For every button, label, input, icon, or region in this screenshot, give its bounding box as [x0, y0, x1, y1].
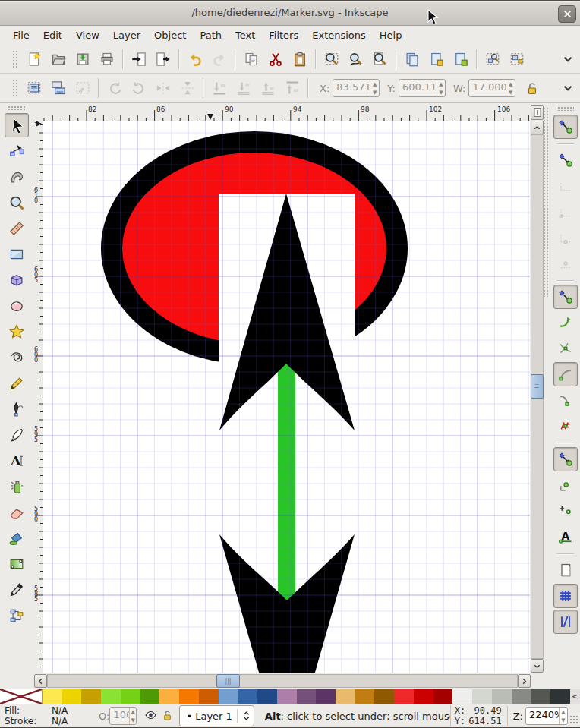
swatch-8ae234[interactable]: [101, 689, 121, 704]
snap-bbox-centers-button[interactable]: [553, 251, 578, 276]
preferences-dialog-button[interactable]: [505, 47, 529, 71]
canvas[interactable]: [43, 121, 530, 673]
save-button[interactable]: [71, 47, 95, 71]
scroll-right-button[interactable]: [518, 674, 531, 688]
create-clone-button[interactable]: [424, 47, 449, 71]
swatch-ce5c00[interactable]: [199, 689, 219, 704]
horizontal-scrollbar[interactable]: [47, 674, 518, 688]
lower-button[interactable]: [232, 76, 256, 100]
tool-pencil[interactable]: [5, 371, 29, 396]
snap-text-baseline-button[interactable]: A: [553, 525, 578, 549]
zoom-spinbox[interactable]: 2240% ▲▼: [525, 707, 568, 725]
zoom-drawing-button[interactable]: [344, 47, 368, 71]
opacity-spinbox[interactable]: 100 ▲▼: [109, 707, 137, 725]
select-all-button[interactable]: [22, 76, 46, 100]
print-button[interactable]: [95, 47, 119, 71]
swatch-204a87[interactable]: [257, 689, 277, 704]
menu-view[interactable]: View: [69, 27, 106, 43]
swatch-e9b96e[interactable]: [336, 689, 355, 704]
menu-layer[interactable]: Layer: [106, 27, 147, 43]
swatch-729fcf[interactable]: [219, 689, 238, 704]
lower-to-bottom-button[interactable]: [207, 76, 232, 100]
drawing-svg[interactable]: [43, 121, 530, 673]
swatch-f57900[interactable]: [179, 689, 199, 704]
snap-nodes-button[interactable]: [553, 285, 578, 309]
layer-visibility-toggle[interactable]: [141, 710, 159, 723]
flip-horizontal-button[interactable]: [151, 76, 175, 100]
swatch-8f5902[interactable]: [374, 689, 394, 704]
sticky-zoom-button[interactable]: [531, 105, 544, 120]
swatch-888a85[interactable]: [512, 689, 531, 704]
title-bar[interactable]: /home/diedenrezi/Marker.svg - Inkscape: [0, 2, 580, 26]
horizontal-ruler[interactable]: 8286909498102106: [43, 104, 530, 121]
swatch-c17d11[interactable]: [355, 689, 375, 704]
layer-lock-toggle[interactable]: [159, 709, 175, 723]
swatch-555753[interactable]: [531, 689, 550, 704]
export-button[interactable]: [151, 47, 175, 71]
zoom-page-button[interactable]: [368, 47, 392, 71]
window-resize-grip[interactable]: [569, 715, 578, 724]
x-field[interactable]: 83.571▲▼: [333, 79, 380, 97]
fill-stroke-indicator[interactable]: Fill:N/A Stroke:N/A: [5, 705, 99, 726]
vertical-ruler[interactable]: 615610605600595590585: [33, 121, 43, 673]
tool-ellipse[interactable]: [5, 294, 29, 318]
rotate-ccw-button[interactable]: [102, 76, 127, 100]
opacity-spin-arrows[interactable]: ▲▼: [129, 708, 137, 724]
scroll-left-button[interactable]: [34, 674, 47, 688]
swatch-cc0000[interactable]: [414, 689, 433, 704]
swatch-5c3566[interactable]: [316, 689, 336, 704]
menu-file[interactable]: File: [6, 27, 36, 43]
snap-enable-button[interactable]: [553, 115, 578, 139]
swatch-2e3436[interactable]: [550, 689, 570, 704]
lock-ratio-toggle[interactable]: [520, 76, 544, 100]
menu-edit[interactable]: Edit: [36, 27, 69, 43]
snap-path-intersections-button[interactable]: [553, 336, 578, 361]
w-field[interactable]: 17.000▲▼: [468, 79, 515, 97]
tool-paint-bucket[interactable]: [5, 526, 29, 550]
swatch-none[interactable]: [0, 689, 43, 704]
snap-line-midpoints-button[interactable]: [553, 414, 578, 438]
tool-zoom[interactable]: [5, 191, 29, 215]
tool-node-editor[interactable]: [5, 139, 29, 163]
undo-button[interactable]: [183, 47, 207, 71]
raise-to-top-button[interactable]: [280, 76, 304, 100]
layer-selector[interactable]: • Layer 1: [179, 705, 254, 726]
snap-bbox-button[interactable]: [553, 148, 578, 172]
snapbar-drag-handle[interactable]: [543, 107, 549, 297]
redo-button[interactable]: [207, 47, 232, 71]
snap-to-paths-button[interactable]: [553, 310, 578, 335]
close-button[interactable]: [558, 5, 576, 23]
swatch-ad7fa8[interactable]: [277, 689, 297, 704]
swatch-fce94f[interactable]: [43, 689, 62, 704]
tool-selector[interactable]: [5, 113, 29, 137]
swatch-d3d7cf[interactable]: [472, 689, 492, 704]
swatch-babdb6[interactable]: [492, 689, 512, 704]
menu-filters[interactable]: Filters: [262, 27, 305, 43]
zoom-selection-button[interactable]: [320, 47, 344, 71]
menu-path[interactable]: Path: [193, 27, 229, 43]
swatch-75507b[interactable]: [297, 689, 317, 704]
commands-overflow-button[interactable]: [556, 47, 580, 71]
w-field-spin-arrows[interactable]: ▲▼: [506, 80, 515, 96]
copy-button[interactable]: [239, 47, 263, 71]
rotate-cw-button[interactable]: [127, 76, 151, 100]
tool-connector[interactable]: [5, 604, 29, 628]
menu-object[interactable]: Object: [147, 27, 193, 43]
cut-button[interactable]: [263, 47, 288, 71]
raise-button[interactable]: [256, 76, 280, 100]
snap-bbox-edges-button[interactable]: [553, 174, 578, 198]
snap-cusp-nodes-button[interactable]: [553, 362, 578, 386]
snapbar-grip[interactable]: [557, 106, 574, 111]
toolbox-drag-handle[interactable]: [8, 106, 26, 110]
tool-rectangle[interactable]: [5, 242, 29, 266]
controls-overflow-button[interactable]: [556, 76, 580, 100]
select-all-layers-button[interactable]: [46, 76, 71, 100]
menu-help[interactable]: Help: [373, 27, 409, 43]
unlink-clone-button[interactable]: [449, 47, 473, 71]
tool-3d-box[interactable]: [5, 268, 29, 292]
y-field[interactable]: 600.116▲▼: [399, 79, 446, 97]
tool-calligraphy[interactable]: [5, 423, 29, 447]
x-field-spin-arrows[interactable]: ▲▼: [370, 80, 379, 96]
selection-dialog-button[interactable]: [481, 47, 505, 71]
toolbar-drag-handle[interactable]: [12, 50, 17, 68]
